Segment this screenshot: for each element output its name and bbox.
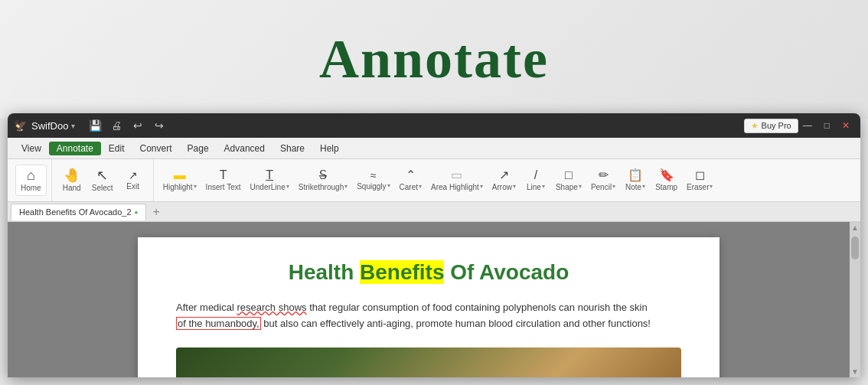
squiggly-chevron: ▾ xyxy=(387,182,390,189)
close-button[interactable]: ✕ xyxy=(837,119,854,132)
select-label: Select xyxy=(92,184,113,192)
exit-label: Exit xyxy=(126,182,139,191)
note-chevron: ▾ xyxy=(642,183,645,190)
squiggly-button[interactable]: ≈ Squiggly ▾ xyxy=(352,167,394,194)
add-tab-button[interactable]: + xyxy=(146,204,165,220)
menu-advanced[interactable]: Advanced xyxy=(217,142,272,155)
menu-view[interactable]: View xyxy=(14,142,49,155)
arrow-label: Arrow xyxy=(492,183,512,191)
pencil-button[interactable]: ✏ Pencil ▾ xyxy=(586,166,620,194)
tool-group-nav: 🤚 Hand ↖ Select ↗ Exit xyxy=(52,159,154,201)
pencil-chevron: ▾ xyxy=(612,183,615,190)
strikethrough-chevron: ▾ xyxy=(344,183,348,190)
note-label: Note xyxy=(625,183,641,191)
background-area: Annotate xyxy=(0,0,868,119)
select-icon: ↖ xyxy=(96,168,108,182)
title-bar-icons: 💾 🖨 ↩ ↪ xyxy=(87,119,167,132)
buy-pro-button[interactable]: ★ Buy Pro xyxy=(744,119,798,133)
menu-annotate[interactable]: Annotate xyxy=(49,142,101,155)
insert-text-label: Insert Text xyxy=(206,183,241,191)
strikethrough-button[interactable]: S̶ Strikethrough ▾ xyxy=(294,166,352,194)
redo-icon[interactable]: ↪ xyxy=(152,119,167,132)
eraser-button[interactable]: ◻ Eraser ▾ xyxy=(682,166,717,194)
select-button[interactable]: ↖ Select xyxy=(87,165,118,195)
exit-button[interactable]: ↗ Exit xyxy=(118,167,148,194)
scroll-up-arrow[interactable]: ▲ xyxy=(850,222,860,233)
highlight-icon: ▬ xyxy=(174,169,186,181)
squiggly-label: Squiggly xyxy=(357,182,386,191)
underline-box-text: of the humanbody, xyxy=(176,317,261,330)
area-highlight-label: Area Highlight xyxy=(431,183,479,191)
print-icon[interactable]: 🖨 xyxy=(109,119,124,132)
insert-text-icon: T xyxy=(220,169,227,181)
home-button[interactable]: ⌂ Home xyxy=(15,165,47,196)
caret-label: Caret xyxy=(400,183,418,191)
underline-button[interactable]: T UnderLine ▾ xyxy=(246,166,294,194)
area-highlight-icon: ▭ xyxy=(451,169,462,181)
save-icon[interactable]: 💾 xyxy=(87,119,103,132)
body-text-2: that regular consumption of food contain… xyxy=(307,302,648,313)
minimize-button[interactable]: — xyxy=(798,119,817,132)
exit-icon: ↗ xyxy=(129,170,138,181)
menu-help[interactable]: Help xyxy=(312,142,347,155)
caret-icon: ⌃ xyxy=(406,169,416,181)
strikethrough-label: Strikethrough xyxy=(299,183,344,191)
highlight-button[interactable]: ▬ Highlight ▾ xyxy=(158,166,201,194)
app-name: SwifDoo xyxy=(31,120,68,132)
underline-chevron: ▾ xyxy=(286,183,289,190)
tool-group-home: ⌂ Home xyxy=(11,159,52,201)
line-button[interactable]: / Line ▾ xyxy=(520,166,551,194)
menu-share[interactable]: Share xyxy=(272,142,312,155)
page-heading: Annotate xyxy=(319,28,549,91)
tab-avocado[interactable]: Health Benefits Of Avocado_2 ● xyxy=(11,204,146,220)
hand-button[interactable]: 🤚 Hand xyxy=(57,165,87,195)
stamp-button[interactable]: 🔖 Stamp xyxy=(651,166,682,194)
eraser-chevron: ▾ xyxy=(710,183,713,190)
toolbar: ⌂ Home 🤚 Hand ↖ Select ↗ Exit ▬ Highligh xyxy=(8,159,860,202)
arrow-chevron: ▾ xyxy=(513,183,516,190)
tab-label: Health Benefits Of Avocado_2 xyxy=(19,207,132,217)
tab-dot: ● xyxy=(135,209,139,216)
scroll-down-arrow[interactable]: ▼ xyxy=(850,366,860,377)
menu-convert[interactable]: Convert xyxy=(132,142,180,155)
star-icon: ★ xyxy=(751,121,759,131)
buy-pro-label: Buy Pro xyxy=(762,121,791,130)
tab-bar: Health Benefits Of Avocado_2 ● + xyxy=(8,202,860,222)
shape-label: Shape xyxy=(556,183,578,191)
area-highlight-button[interactable]: ▭ Area Highlight ▾ xyxy=(426,166,488,194)
undo-icon[interactable]: ↩ xyxy=(130,119,145,132)
caret-button[interactable]: ⌃ Caret ▾ xyxy=(395,166,426,194)
tool-group-annotate: ▬ Highlight ▾ T Insert Text T UnderLine … xyxy=(154,159,723,201)
maximize-button[interactable]: □ xyxy=(820,119,834,132)
title-suffix: Of Avocado xyxy=(444,260,569,284)
shape-button[interactable]: □ Shape ▾ xyxy=(551,166,586,194)
pdf-title: Health Benefits Of Avocado xyxy=(176,260,681,285)
stamp-icon: 🔖 xyxy=(659,169,674,181)
title-prefix: Health xyxy=(289,260,360,284)
window-controls: — □ ✕ xyxy=(798,119,854,132)
eraser-icon: ◻ xyxy=(695,169,705,181)
scrollbar[interactable]: ▲ ▼ xyxy=(850,222,860,377)
menu-page[interactable]: Page xyxy=(180,142,217,155)
content-area: Health Benefits Of Avocado After medical… xyxy=(8,222,860,377)
strikethrough-icon: S̶ xyxy=(319,169,327,181)
title-bar-dropdown-arrow[interactable]: ▾ xyxy=(71,122,75,130)
area-highlight-chevron: ▾ xyxy=(480,183,483,190)
line-chevron: ▾ xyxy=(542,183,545,190)
note-button[interactable]: 📋 Note ▾ xyxy=(620,166,651,194)
arrow-button[interactable]: ↗ Arrow ▾ xyxy=(488,166,520,194)
pencil-label: Pencil xyxy=(591,183,612,191)
highlight-chevron: ▾ xyxy=(194,183,197,190)
pdf-paragraph-1: After medical research shows that regula… xyxy=(176,300,681,316)
shape-icon: □ xyxy=(565,169,573,181)
pdf-body: After medical research shows that regula… xyxy=(176,300,681,332)
underline-label: UnderLine xyxy=(250,183,286,191)
arrow-icon: ↗ xyxy=(499,169,509,181)
scroll-thumb[interactable] xyxy=(851,237,859,259)
page-container[interactable]: Health Benefits Of Avocado After medical… xyxy=(8,222,850,377)
shape-chevron: ▾ xyxy=(579,183,582,190)
squiggly-icon: ≈ xyxy=(370,170,377,181)
menu-edit[interactable]: Edit xyxy=(101,142,132,155)
home-label: Home xyxy=(21,184,41,192)
insert-text-button[interactable]: T Insert Text xyxy=(201,166,246,194)
